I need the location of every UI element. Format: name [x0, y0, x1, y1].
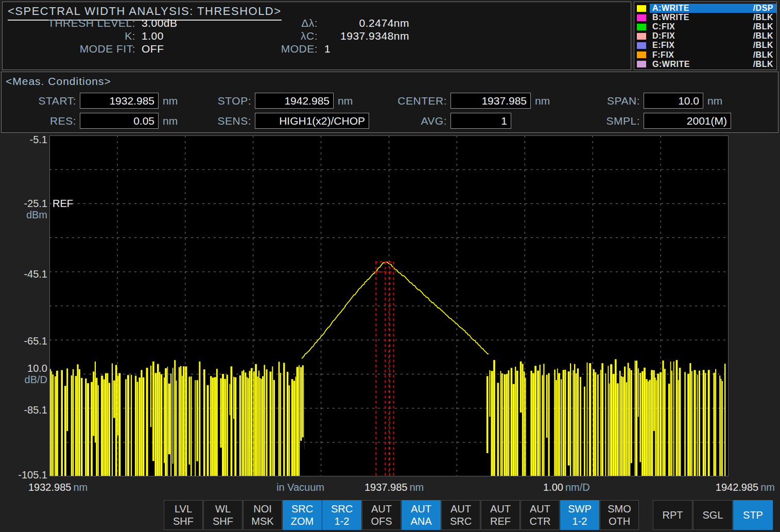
x-axis-start-unit: nm — [73, 482, 88, 493]
center-unit: nm — [535, 93, 550, 109]
trace-g-name: G:WRITE — [652, 60, 690, 69]
trace-d-color-swatch — [637, 33, 646, 40]
trace-f-color-swatch — [637, 52, 646, 58]
y-axis-scale-unit: dB/D — [0, 374, 47, 385]
trace-f-status: /BLK — [753, 50, 773, 60]
sgl-button[interactable]: SGL — [693, 500, 733, 530]
sweep-control-group: RPT SGL STP — [653, 500, 773, 530]
trace-row-d[interactable]: D:FIX /BLK — [634, 31, 776, 41]
smpl-label: SMPL: — [576, 113, 640, 129]
avg-value-box[interactable]: 1 — [450, 113, 511, 129]
meas-conditions-panel: <Meas. Conditions> START: 1932.985 nm ST… — [1, 72, 778, 133]
stop-label: STOP: — [195, 93, 251, 109]
lambda-c-label: λC: — [256, 30, 318, 42]
trace-row-g[interactable]: G:WRITE /BLK — [634, 60, 776, 69]
trace-e-name: E:FIX — [652, 41, 674, 50]
center-value-box[interactable]: 1937.985 — [450, 93, 531, 109]
stop-unit: nm — [338, 93, 353, 109]
menu-button-src-1-2[interactable]: SRC1-2 — [322, 500, 361, 530]
menu-button-aut-ref[interactable]: AUTREF — [481, 500, 520, 530]
span-unit: nm — [707, 93, 722, 109]
trace-a-name: A:WRITE — [652, 4, 689, 13]
menu-button-swp-1-2[interactable]: SWP1-2 — [560, 500, 599, 530]
res-unit: nm — [163, 113, 178, 129]
stp-button[interactable]: STP — [733, 500, 773, 530]
spectrum-plot-area — [49, 135, 729, 476]
res-label: RES: — [22, 113, 76, 129]
x-axis-scale-unit: nm/D — [565, 482, 590, 493]
k-value: 1.00 — [142, 30, 255, 42]
menu-button-lvl-shf[interactable]: LVLSHF — [164, 500, 203, 530]
trace-row-b[interactable]: B:WRITE /BLK — [634, 13, 776, 22]
spectral-analysis-panel: <SPECTRAL WIDTH ANALYSIS: THRESHOLD> THR… — [2, 2, 631, 70]
center-label: CENTER: — [385, 93, 447, 109]
y-axis-tick-ref: -25.1 — [0, 198, 47, 209]
y-axis-unit: dBm — [0, 209, 47, 220]
trace-e-color-swatch — [637, 42, 646, 49]
start-unit: nm — [163, 93, 178, 109]
x-axis-scale-label: 1.00 nm/D — [543, 482, 590, 493]
trace-g-color-swatch — [637, 61, 646, 67]
trace-g-status: /BLK — [753, 60, 773, 69]
menu-button-noi-msk[interactable]: NOIMSK — [243, 500, 282, 530]
trace-table: A:WRITE /DSP B:WRITE /BLK C:FIX /BLK D:F… — [634, 2, 777, 70]
y-axis-tick-65: -65.1 — [0, 335, 47, 347]
sens-value-box[interactable]: HIGH1(x2)/CHOP — [255, 113, 369, 129]
ref-level-label: REF — [53, 198, 73, 210]
x-axis-start-label: 1932.985 nm — [28, 482, 88, 493]
trace-row-f[interactable]: F:FIX /BLK — [634, 50, 776, 59]
mode-label: MODE: — [256, 43, 318, 55]
menu-button-src-zom[interactable]: SRCZOM — [283, 500, 322, 530]
delta-lambda-value: 0.2474nm — [322, 17, 409, 29]
y-axis-tick-45: -45.1 — [0, 268, 47, 280]
thresh-level-label: THRESH LEVEL: — [31, 17, 135, 29]
k-label: K: — [31, 30, 135, 42]
thresh-level-value: 3.00dB — [142, 17, 255, 29]
trace-d-status: /BLK — [753, 31, 773, 41]
start-value-box[interactable]: 1932.985 — [80, 93, 159, 109]
trace-b-color-swatch — [637, 14, 646, 21]
menu-button-aut-ofs[interactable]: AUTOFS — [362, 500, 401, 530]
trace-c-name: C:FIX — [652, 22, 675, 31]
trace-f-name: F:FIX — [652, 50, 674, 60]
mode-fit-label: MODE FIT: — [31, 43, 135, 55]
trace-b-status: /BLK — [753, 13, 773, 22]
rpt-button[interactable]: RPT — [653, 500, 692, 530]
trace-a-color-swatch — [637, 5, 646, 12]
span-value-box[interactable]: 10.0 — [644, 93, 703, 109]
stop-value-box[interactable]: 1942.985 — [255, 93, 334, 109]
avg-label: AVG: — [385, 113, 447, 129]
x-axis-medium-label: in Vacuum — [276, 482, 324, 493]
trace-a-status: /DSP — [753, 4, 773, 13]
menu-button-smo-oth[interactable]: SMOOTH — [600, 500, 639, 530]
menu-button-aut-src[interactable]: AUTSRC — [441, 500, 480, 530]
x-axis-stop-unit: nm — [760, 482, 775, 493]
trace-e-status: /BLK — [753, 41, 773, 50]
softkey-menu: LVLSHF WLSHF NOIMSK SRCZOM SRC1-2 AUTOFS… — [164, 500, 639, 530]
lambda-c-value: 1937.9348nm — [322, 30, 409, 42]
trace-row-e[interactable]: E:FIX /BLK — [634, 41, 776, 50]
span-label: SPAN: — [576, 93, 640, 109]
trace-b-name: B:WRITE — [652, 13, 689, 22]
delta-lambda-label: Δλ: — [256, 17, 318, 29]
res-value-box[interactable]: 0.05 — [80, 113, 159, 129]
trace-row-a[interactable]: A:WRITE /DSP — [634, 4, 776, 13]
trace-row-c[interactable]: C:FIX /BLK — [634, 22, 776, 31]
trace-c-color-swatch — [637, 24, 646, 30]
y-axis-tick-85: -85.1 — [0, 404, 47, 416]
smpl-value-box[interactable]: 2001(M) — [644, 113, 731, 129]
x-axis-stop-label: 1942.985 nm — [672, 482, 775, 493]
y-axis-tick-top: -5.1 — [0, 134, 47, 145]
sens-label: SENS: — [195, 113, 251, 129]
mode-fit-value: OFF — [142, 43, 255, 55]
x-axis-center-unit: nm — [409, 482, 424, 493]
menu-button-aut-ctr[interactable]: AUTCTR — [521, 500, 560, 530]
trace-c-status: /BLK — [753, 22, 773, 31]
menu-button-wl-shf[interactable]: WLSHF — [203, 500, 242, 530]
start-label: START: — [22, 93, 76, 109]
menu-button-aut-ana[interactable]: AUTANA — [402, 500, 441, 530]
y-axis-scale: 10.0 — [0, 363, 47, 374]
y-axis-tick-bottom: -105.1 — [0, 469, 47, 480]
x-axis-center-label: 1937.985 nm — [365, 482, 424, 493]
meas-conditions-title: <Meas. Conditions> — [6, 75, 111, 88]
